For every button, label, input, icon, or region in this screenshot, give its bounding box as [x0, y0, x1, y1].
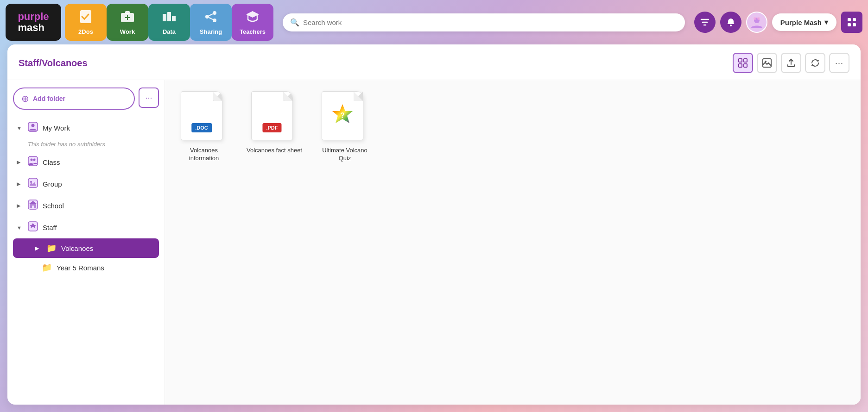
search-magnifier-icon: 🔍: [290, 18, 299, 27]
teachers-icon: [245, 9, 260, 26]
volcanoes-label: Volcanoes: [61, 244, 93, 252]
staff-icon: [28, 221, 38, 234]
top-nav: purplemash 2Dos Work: [0, 0, 868, 44]
svg-point-33: [31, 159, 33, 161]
chevron-right-icon: ▶: [17, 181, 23, 187]
svg-point-16: [754, 17, 756, 20]
svg-rect-18: [848, 18, 851, 21]
chevron-right-icon: ▶: [35, 245, 42, 251]
volcanoes-folder-icon: 📁: [46, 243, 57, 253]
svg-text:?: ?: [340, 112, 345, 119]
sidebar-more-icon: ···: [145, 93, 152, 103]
nav-item-teachers[interactable]: Teachers: [232, 4, 273, 41]
logo[interactable]: purplemash: [6, 4, 61, 41]
sidebar-item-group[interactable]: ▶ Group: [13, 173, 159, 195]
nav-item-work[interactable]: Work: [107, 4, 148, 41]
sidebar-item-my-work[interactable]: ▼ My Work: [13, 117, 159, 139]
file-item-quiz-volcano[interactable]: ? Ultimate Volcano Quiz: [317, 91, 373, 162]
svg-rect-19: [853, 18, 856, 21]
sidebar-item-year5romans[interactable]: 📁 Year 5 Romans: [13, 258, 159, 277]
work-label: Work: [120, 28, 135, 35]
grid-view-button[interactable]: [733, 53, 753, 73]
svg-rect-2: [125, 11, 130, 14]
notifications-button[interactable]: [720, 12, 741, 33]
sharing-label: Sharing: [200, 28, 222, 35]
svg-point-8: [213, 11, 216, 15]
doc-badge: .DOC: [191, 123, 212, 132]
svg-rect-5: [163, 14, 166, 21]
data-icon: [162, 9, 177, 26]
breadcrumb: Staff/Volcanoes: [19, 58, 88, 69]
search-bar: 🔍: [283, 13, 685, 31]
svg-point-10: [213, 19, 216, 22]
top-right-controls: Purple Mash ▾: [694, 12, 862, 33]
staff-label: Staff: [43, 224, 57, 231]
search-input-wrap: 🔍: [283, 13, 685, 31]
no-subfolders-text: This folder has no subfolders: [13, 139, 159, 151]
svg-point-13: [730, 25, 732, 26]
file-item-pdf-volcanoes[interactable]: .PDF Volcanoes fact sheet: [247, 91, 302, 162]
nav-item-twodos[interactable]: 2Dos: [65, 4, 107, 41]
my-work-icon: [28, 122, 38, 134]
filter-button[interactable]: [694, 12, 716, 33]
year5romans-folder-icon: 📁: [42, 262, 52, 273]
class-label: Class: [43, 158, 60, 166]
search-input[interactable]: [303, 19, 678, 26]
svg-point-34: [33, 159, 36, 161]
svg-rect-6: [167, 12, 171, 21]
svg-rect-24: [739, 64, 742, 67]
nav-item-sharing[interactable]: Sharing: [190, 4, 232, 41]
logo-text: purplemash: [18, 11, 49, 33]
more-options-button[interactable]: ···: [829, 53, 849, 73]
main-header: Staff/Volcanoes: [7, 44, 861, 80]
image-view-button[interactable]: [757, 53, 777, 73]
file-item-doc-volcanoes[interactable]: .DOC Volcanoes information: [176, 91, 232, 162]
file-area: .DOC Volcanoes information .PDF Volcanoe…: [165, 80, 861, 405]
my-work-label: My Work: [43, 124, 70, 132]
svg-rect-22: [739, 59, 742, 62]
pdf-badge: .PDF: [262, 123, 281, 132]
file-label-quiz: Ultimate Volcano Quiz: [317, 147, 373, 162]
content-area: ⊕ Add folder ··· ▼ My Work: [7, 80, 861, 405]
sidebar-item-school[interactable]: ▶ School: [13, 195, 159, 217]
add-folder-plus-icon: ⊕: [21, 93, 29, 104]
quiz-icon-wrap: ?: [322, 91, 363, 140]
apps-grid-button[interactable]: [841, 12, 862, 33]
chevron-right-icon: ▶: [17, 203, 23, 209]
teachers-label: Teachers: [240, 28, 266, 35]
file-page-pdf: .PDF: [251, 91, 293, 140]
twodos-icon: [78, 9, 93, 26]
svg-point-31: [32, 124, 35, 127]
avatar[interactable]: [746, 12, 767, 33]
group-icon: [28, 178, 38, 190]
file-thumb-quiz: ?: [322, 91, 368, 142]
add-folder-row: ⊕ Add folder ···: [13, 87, 159, 110]
purple-mash-button[interactable]: Purple Mash ▾: [772, 13, 836, 31]
file-page-doc: .DOC: [181, 91, 222, 140]
refresh-button[interactable]: [805, 53, 825, 73]
add-folder-label: Add folder: [33, 95, 65, 102]
sidebar-more-button[interactable]: ···: [139, 87, 159, 108]
file-thumb-doc: .DOC: [181, 91, 227, 142]
sidebar-item-staff[interactable]: ▼ Staff: [13, 217, 159, 238]
file-label-pdf: Volcanoes fact sheet: [247, 147, 302, 155]
main-container: Staff/Volcanoes: [7, 44, 861, 405]
svg-rect-23: [744, 59, 747, 62]
data-label: Data: [163, 28, 176, 35]
sidebar-item-class[interactable]: ▶ Class: [13, 151, 159, 173]
svg-line-12: [209, 18, 213, 19]
file-grid: .DOC Volcanoes information .PDF Volcanoe…: [176, 91, 849, 162]
chevron-down-icon: ▼: [17, 125, 23, 131]
class-icon: [28, 156, 38, 169]
svg-point-36: [30, 181, 32, 183]
svg-rect-40: [32, 206, 34, 208]
nav-item-data[interactable]: Data: [148, 4, 190, 41]
nav-items: 2Dos Work Data: [65, 4, 273, 41]
chevron-right-icon: ▶: [17, 159, 23, 165]
upload-button[interactable]: [781, 53, 801, 73]
svg-rect-21: [853, 23, 856, 26]
file-label-doc: Volcanoes information: [176, 147, 232, 162]
svg-point-9: [205, 15, 209, 19]
sidebar-item-volcanoes[interactable]: ▶ 📁 Volcanoes: [13, 238, 159, 258]
add-folder-button[interactable]: ⊕ Add folder: [13, 87, 135, 110]
